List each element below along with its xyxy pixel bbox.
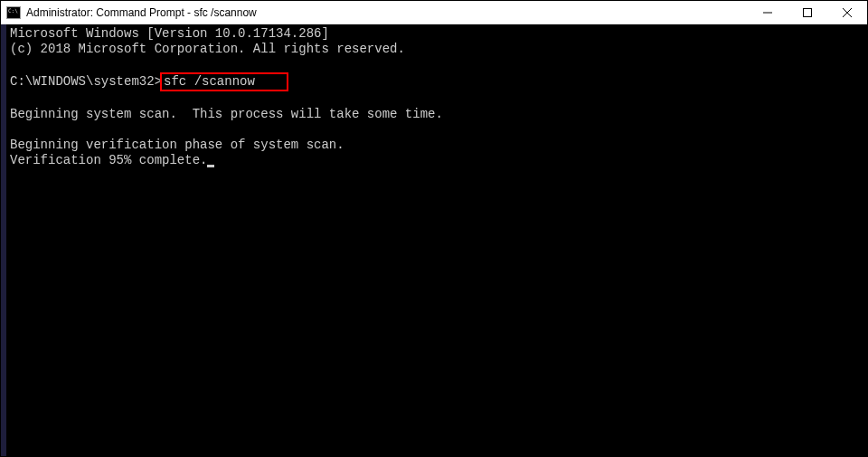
prompt-line: C:\WINDOWS\system32>sfc /scannow [10, 72, 863, 91]
cmd-icon [6, 6, 21, 19]
window-controls [748, 1, 867, 24]
prompt-text: C:\WINDOWS\system32> [10, 74, 162, 89]
command-prompt-window: Administrator: Command Prompt - sfc /sca… [0, 0, 868, 457]
command-highlight: sfc /scannow [160, 72, 288, 91]
progress-text: Verification 95% complete. [10, 153, 207, 167]
output-line [10, 91, 863, 107]
close-button[interactable] [827, 1, 867, 24]
output-line: Beginning verification phase of system s… [10, 138, 863, 153]
window-title: Administrator: Command Prompt - sfc /sca… [26, 6, 748, 19]
command-text: sfc /scannow [164, 74, 255, 89]
output-line: Microsoft Windows [Version 10.0.17134.28… [10, 26, 863, 42]
svg-rect-1 [804, 8, 812, 16]
titlebar[interactable]: Administrator: Command Prompt - sfc /sca… [1, 1, 867, 24]
cursor-icon [207, 165, 214, 167]
terminal-output[interactable]: Microsoft Windows [Version 10.0.17134.28… [1, 24, 867, 456]
output-line [10, 122, 863, 138]
output-line: (c) 2018 Microsoft Corporation. All righ… [10, 42, 863, 57]
output-line: Beginning system scan. This process will… [10, 107, 863, 122]
output-line: Verification 95% complete. [10, 153, 863, 168]
maximize-button[interactable] [788, 1, 827, 24]
minimize-button[interactable] [748, 1, 788, 24]
output-line [10, 57, 863, 72]
